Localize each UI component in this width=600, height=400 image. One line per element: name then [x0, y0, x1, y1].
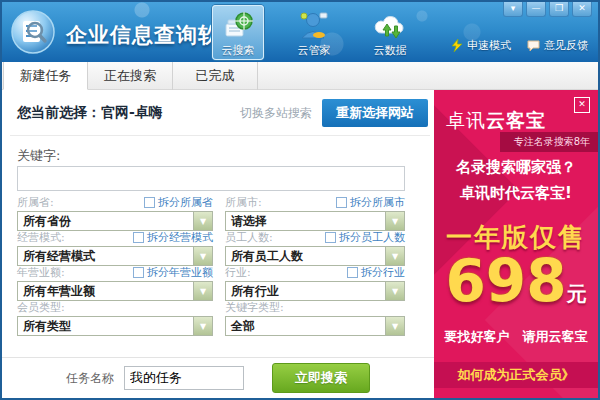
field-member-type: 会员类型: 所有类型▼ [17, 301, 213, 336]
task-bar: 任务名称 立即搜索 [2, 357, 434, 398]
chevron-down-icon[interactable]: ▼ [385, 212, 404, 230]
close-icon[interactable]: ✕ [572, 2, 592, 17]
speech-bubble-icon [527, 40, 540, 52]
tab-new-task[interactable]: 新建任务 [3, 62, 88, 90]
toolbar-item-label: 云数据 [374, 43, 407, 58]
cloud-search-icon [222, 10, 254, 42]
feedback-link[interactable]: 意见反馈 [527, 38, 588, 53]
employee-count-select[interactable]: 所有员工人数▼ [225, 246, 405, 266]
ad-logo-prefix: 卓讯 [446, 109, 486, 131]
divider [10, 135, 430, 136]
ad-badge: 专注名录搜索8年 [500, 132, 598, 152]
switch-multisite-link[interactable]: 切换多站搜索 [240, 105, 312, 122]
checkbox-icon[interactable] [144, 197, 155, 208]
filter-fields-grid: 所属省: 拆分所属省 所有省份▼ 所属市: 拆分所属市 请选择▼ [17, 196, 405, 336]
select-value: 所有员工人数 [226, 247, 385, 265]
chevron-down-icon[interactable]: ▼ [193, 282, 212, 300]
content-area: 您当前选择：官网-卓嗨 切换多站搜索 重新选择网站 关键字: 所属省: 拆分所属… [2, 90, 598, 398]
tab-bar: 新建任务 正在搜索 已完成 [2, 62, 598, 90]
chevron-down-icon[interactable]: ▼ [193, 317, 212, 335]
province-select[interactable]: 所有省份▼ [17, 211, 213, 231]
select-value: 所有年营业额 [18, 282, 193, 300]
search-form-panel: 您当前选择：官网-卓嗨 切换多站搜索 重新选择网站 关键字: 所属省: 拆分所属… [2, 90, 434, 398]
window-controls: ▾ — ❒ ✕ [503, 2, 592, 17]
ad-price: 698元 [434, 252, 598, 310]
speed-mode-label: 申速模式 [467, 38, 511, 53]
field-label: 会员类型: [17, 300, 65, 315]
toolbar-item-cloud-manager[interactable]: 云管家 [288, 5, 340, 60]
field-label: 关键字类型: [225, 300, 284, 315]
ad-headline-2: 卓讯时代云客宝! [434, 184, 598, 203]
search-now-button[interactable]: 立即搜索 [272, 363, 370, 393]
field-employee-count: 员工人数: 拆分员工人数 所有员工人数▼ [225, 231, 405, 266]
toolbar-item-cloud-data[interactable]: 云数据 [364, 5, 416, 60]
menu-arrow-icon[interactable]: ▾ [503, 2, 523, 17]
keyword-type-select[interactable]: 全部▼ [225, 316, 405, 336]
checkbox-label: 拆分员工人数 [339, 230, 405, 245]
current-selection-value: 官网-卓嗨 [101, 104, 163, 120]
task-name-input[interactable] [124, 366, 244, 390]
ad-logo: 卓讯云客宝 [446, 108, 546, 134]
member-type-select[interactable]: 所有类型▼ [17, 316, 213, 336]
split-province-checkbox[interactable]: 拆分所属省 [144, 195, 213, 210]
titlebar-right-links: 申速模式 意见反馈 [452, 38, 588, 53]
chevron-down-icon[interactable]: ▼ [385, 282, 404, 300]
field-business-model: 经营模式: 拆分经营模式 所有经营模式▼ [17, 231, 213, 266]
app-window: ▾ — ❒ ✕ 企业信息查询软件 [0, 0, 600, 400]
main-toolbar: 云搜索 云管家 云数据 [212, 5, 440, 60]
task-name-label: 任务名称 [66, 370, 114, 387]
checkbox-icon[interactable] [133, 232, 144, 243]
checkbox-icon[interactable] [347, 267, 358, 278]
annual-revenue-select[interactable]: 所有年营业额▼ [17, 281, 213, 301]
split-annual-revenue-checkbox[interactable]: 拆分年营业额 [133, 265, 213, 280]
title-bar: ▾ — ❒ ✕ 企业信息查询软件 [2, 2, 598, 62]
ad-membership-link[interactable]: 如何成为正式会员》 [434, 362, 598, 388]
speed-mode-link[interactable]: 申速模式 [452, 38, 511, 53]
reselect-website-button[interactable]: 重新选择网站 [322, 99, 428, 127]
checkbox-icon[interactable] [336, 197, 347, 208]
field-province: 所属省: 拆分所属省 所有省份▼ [17, 196, 213, 231]
field-label: 所属市: [225, 195, 262, 210]
chevron-down-icon[interactable]: ▼ [193, 212, 212, 230]
minimize-icon[interactable]: — [526, 2, 546, 17]
select-value: 全部 [226, 317, 385, 335]
tab-searching[interactable]: 正在搜索 [88, 62, 173, 90]
select-value: 所有行业 [226, 282, 385, 300]
chevron-down-icon[interactable]: ▼ [385, 317, 404, 335]
toolbar-item-label: 云管家 [298, 43, 331, 58]
checkbox-label: 拆分所属省 [158, 195, 213, 210]
feedback-label: 意见反馈 [544, 38, 588, 53]
checkbox-icon[interactable] [325, 232, 336, 243]
promo-ad-panel: ✕ 卓讯云客宝 专注名录搜索8年 名录搜索哪家强？ 卓讯时代云客宝! 一年版仅售… [434, 90, 598, 398]
tab-completed[interactable]: 已完成 [173, 62, 258, 90]
ad-headline-1: 名录搜索哪家强？ [434, 158, 598, 177]
cloud-data-icon [374, 10, 406, 42]
select-value: 所有经营模式 [18, 247, 193, 265]
keyword-input[interactable] [17, 166, 405, 191]
select-value: 所有类型 [18, 317, 193, 335]
split-industry-checkbox[interactable]: 拆分行业 [347, 265, 405, 280]
toolbar-item-label: 云搜索 [222, 43, 255, 58]
chevron-down-icon[interactable]: ▼ [193, 247, 212, 265]
ad-close-icon[interactable]: ✕ [574, 97, 590, 113]
split-city-checkbox[interactable]: 拆分所属市 [336, 195, 405, 210]
chevron-down-icon[interactable]: ▼ [385, 247, 404, 265]
field-label: 经营模式: [17, 230, 65, 245]
ad-price-number: 698 [445, 247, 566, 315]
city-select[interactable]: 请选择▼ [225, 211, 405, 231]
checkbox-label: 拆分经营模式 [147, 230, 213, 245]
current-selection-text: 您当前选择：官网-卓嗨 [17, 104, 163, 122]
lightning-icon [452, 39, 463, 52]
toolbar-item-cloud-search[interactable]: 云搜索 [212, 5, 264, 60]
split-employee-count-checkbox[interactable]: 拆分员工人数 [325, 230, 405, 245]
field-label: 员工人数: [225, 230, 273, 245]
maximize-icon[interactable]: ❒ [549, 2, 569, 17]
current-selection-label: 您当前选择： [17, 104, 101, 120]
business-model-select[interactable]: 所有经营模式▼ [17, 246, 213, 266]
field-label: 所属省: [17, 195, 54, 210]
field-label: 年营业额: [17, 265, 65, 280]
industry-select[interactable]: 所有行业▼ [225, 281, 405, 301]
checkbox-icon[interactable] [133, 267, 144, 278]
field-keyword-type: 关键字类型: 全部▼ [225, 301, 405, 336]
split-business-model-checkbox[interactable]: 拆分经营模式 [133, 230, 213, 245]
